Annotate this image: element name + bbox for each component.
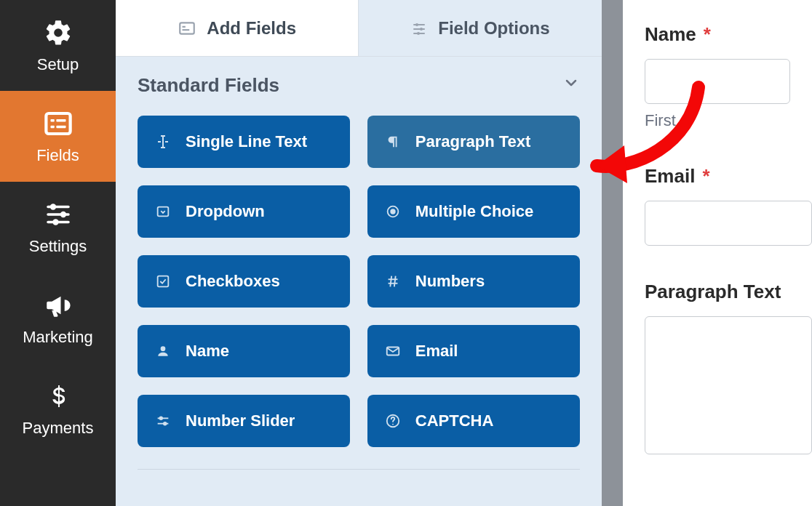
- sidebar-item-marketing[interactable]: Marketing: [0, 273, 116, 364]
- field-label: Paragraph Text: [415, 132, 531, 151]
- svg-point-17: [420, 28, 423, 31]
- paragraph-icon: [383, 132, 402, 151]
- text-cursor-icon: [154, 132, 172, 151]
- sidebar-item-setup[interactable]: Setup: [0, 0, 116, 91]
- svg-point-28: [161, 346, 166, 351]
- field-captcha[interactable]: CAPTCHA: [367, 395, 580, 447]
- preview-name-label: Name *: [645, 23, 812, 46]
- envelope-icon: [383, 342, 402, 361]
- sliders-icon: [43, 199, 73, 230]
- preview-name-first-input[interactable]: [645, 59, 790, 104]
- sidebar-item-label: Fields: [36, 146, 79, 165]
- field-label: Multiple Choice: [415, 202, 534, 221]
- svg-rect-0: [46, 113, 70, 134]
- section-title: Standard Fields: [138, 74, 279, 97]
- svg-rect-23: [158, 276, 169, 287]
- svg-point-10: [52, 219, 58, 225]
- required-asterisk: *: [704, 23, 711, 46]
- field-label: Number Slider: [186, 411, 295, 430]
- svg-point-35: [392, 424, 394, 425]
- svg-point-8: [60, 211, 65, 217]
- label-text: Email: [645, 165, 695, 188]
- chevron-down-icon: [562, 74, 580, 97]
- panel-gutter: [602, 0, 623, 506]
- user-icon: [154, 342, 172, 361]
- field-checkboxes[interactable]: Checkboxes: [138, 255, 350, 308]
- sidebar-item-label: Payments: [23, 419, 94, 438]
- radio-icon: [383, 202, 402, 221]
- field-label: Name: [186, 342, 229, 361]
- field-name[interactable]: Name: [138, 325, 350, 377]
- builder-panel: Add Fields Field Options Standard Fields…: [116, 0, 602, 506]
- svg-point-33: [164, 422, 167, 425]
- svg-rect-13: [183, 29, 190, 31]
- svg-line-26: [390, 276, 391, 287]
- preview-email-block: Email *: [645, 165, 812, 246]
- sidebar-item-settings[interactable]: Settings: [0, 182, 116, 273]
- svg-rect-12: [183, 25, 186, 27]
- field-email[interactable]: Email: [367, 325, 580, 377]
- preview-paragraph-block: Paragraph Text: [645, 281, 812, 454]
- svg-point-31: [159, 417, 162, 420]
- svg-rect-2: [56, 119, 65, 121]
- svg-point-6: [49, 204, 55, 209]
- field-number-slider[interactable]: Number Slider: [138, 395, 350, 447]
- sidebar-item-payments[interactable]: Payments: [0, 364, 116, 454]
- svg-rect-20: [158, 207, 169, 217]
- list-box-icon: [43, 108, 73, 139]
- preview-name-sublabel: First: [645, 111, 812, 130]
- megaphone-icon: [43, 290, 73, 321]
- required-asterisk: *: [702, 165, 709, 188]
- svg-rect-1: [50, 119, 54, 121]
- sliders-small-icon: [410, 20, 428, 37]
- svg-point-22: [391, 209, 395, 214]
- field-label: Dropdown: [186, 202, 265, 221]
- svg-rect-16: [413, 28, 425, 30]
- preview-name-block: Name * First: [645, 23, 812, 130]
- field-label: Single Line Text: [186, 132, 307, 151]
- sliders-small2-icon: [154, 411, 172, 430]
- field-label: Numbers: [415, 272, 485, 291]
- svg-rect-14: [413, 24, 425, 25]
- field-single-line-text[interactable]: Single Line Text: [138, 116, 350, 168]
- field-numbers[interactable]: Numbers: [367, 255, 580, 308]
- preview-email-input[interactable]: [645, 201, 812, 246]
- checkbox-icon: [154, 272, 172, 291]
- section-divider: [138, 469, 580, 470]
- field-multiple-choice[interactable]: Multiple Choice: [367, 185, 580, 238]
- field-label: Email: [415, 342, 458, 361]
- form-icon: [178, 19, 196, 38]
- svg-rect-4: [56, 125, 65, 128]
- tab-field-options[interactable]: Field Options: [359, 0, 601, 56]
- field-label: Checkboxes: [186, 272, 280, 291]
- sidebar-item-label: Setup: [37, 55, 79, 74]
- tab-label: Field Options: [438, 18, 549, 39]
- gear-icon: [43, 17, 73, 48]
- dropdown-icon: [154, 202, 172, 221]
- preview-paragraph-label: Paragraph Text: [645, 281, 812, 303]
- section-header-standard[interactable]: Standard Fields: [116, 57, 602, 108]
- sidebar-item-fields[interactable]: Fields: [0, 91, 116, 182]
- field-paragraph-text[interactable]: Paragraph Text: [367, 116, 580, 168]
- svg-point-15: [415, 23, 418, 26]
- preview-paragraph-textarea[interactable]: [645, 316, 812, 454]
- label-text: Paragraph Text: [645, 281, 781, 303]
- tab-label: Add Fields: [207, 18, 296, 39]
- form-preview: Name * First Email * Paragraph Text: [623, 0, 812, 506]
- field-dropdown[interactable]: Dropdown: [138, 185, 350, 238]
- sidebar-item-label: Settings: [29, 237, 87, 256]
- hash-icon: [383, 272, 402, 291]
- tab-add-fields[interactable]: Add Fields: [116, 0, 359, 56]
- svg-rect-11: [180, 23, 195, 33]
- svg-line-27: [394, 276, 396, 287]
- field-grid: Single Line Text Paragraph Text Dropdown…: [116, 108, 602, 469]
- svg-rect-3: [50, 125, 54, 128]
- sidebar-item-label: Marketing: [23, 328, 93, 347]
- builder-tabs: Add Fields Field Options: [116, 0, 602, 57]
- svg-point-19: [417, 32, 420, 35]
- dollar-icon: [43, 381, 73, 411]
- preview-email-label: Email *: [645, 165, 812, 188]
- question-icon: [383, 411, 402, 430]
- sidebar: Setup Fields Settings Marketing Payments: [0, 0, 116, 506]
- label-text: Name: [645, 23, 696, 46]
